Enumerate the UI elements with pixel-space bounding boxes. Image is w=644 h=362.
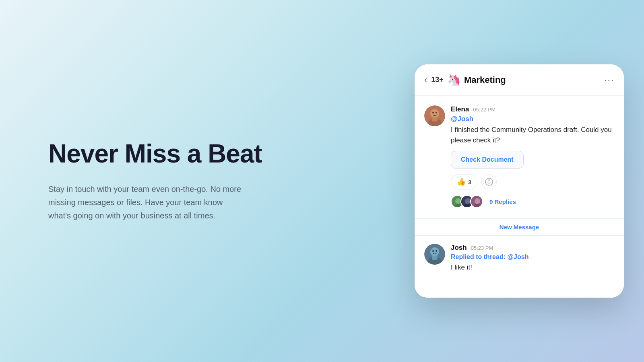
- svg-rect-5: [432, 117, 438, 121]
- thread-replies[interactable]: 9 Replies: [451, 195, 614, 208]
- message-text-josh: I like it!: [451, 262, 614, 273]
- messages-area: Elena 05:22 PM @Josh I finished the Comm…: [415, 96, 624, 210]
- reaction-count: 3: [468, 179, 471, 185]
- svg-point-22: [432, 250, 434, 252]
- timestamp-elena: 05:22 PM: [473, 107, 495, 113]
- back-button[interactable]: ‹: [424, 75, 427, 85]
- replies-count-label: 9 Replies: [489, 198, 516, 205]
- timestamp-josh: 05:23 PM: [471, 245, 493, 251]
- svg-point-21: [430, 247, 439, 256]
- new-message-label: New Message: [494, 224, 545, 230]
- avatar-josh: [424, 244, 445, 265]
- smiley-add-icon: [485, 178, 493, 186]
- svg-point-23: [436, 250, 437, 252]
- svg-point-15: [465, 198, 471, 204]
- add-reaction-button[interactable]: [481, 174, 497, 189]
- message-item: Elena 05:22 PM @Josh I finished the Comm…: [424, 105, 614, 210]
- svg-point-1: [430, 109, 439, 118]
- headline: Never Miss a Beat: [48, 140, 378, 168]
- chat-header: ‹ 13+ 🦄 Marketing ···: [415, 64, 624, 96]
- josh-avatar-img: [424, 244, 445, 265]
- elena-message-content: Elena 05:22 PM @Josh I finished the Comm…: [451, 105, 614, 210]
- reply-avatar-3: [470, 195, 483, 208]
- subtext: Stay in touch with your team even on-the…: [48, 183, 242, 222]
- reactions-bar: 👍 3: [451, 174, 614, 189]
- divider-line-right: [545, 227, 624, 227]
- check-document-button[interactable]: Check Document: [451, 151, 524, 169]
- svg-point-8: [490, 181, 491, 182]
- new-message-divider: New Message: [415, 218, 624, 236]
- svg-rect-25: [432, 256, 438, 260]
- sender-name-josh: Josh: [451, 244, 467, 252]
- reply-avatars: [451, 195, 483, 208]
- divider-line-left: [415, 227, 494, 227]
- message-text-elena: I finished the Community Operations draf…: [451, 125, 614, 145]
- second-message-area: Josh 05:23 PM Replied to thread: @Josh I…: [415, 236, 624, 298]
- right-panel: ‹ 13+ 🦄 Marketing ···: [411, 64, 644, 298]
- reaction-emoji: 👍: [457, 177, 466, 186]
- message-item-josh: Josh 05:23 PM Replied to thread: @Josh I…: [424, 244, 614, 278]
- replied-to-label: Replied to thread: @Josh: [451, 253, 614, 261]
- josh-message-content: Josh 05:23 PM Replied to thread: @Josh I…: [451, 244, 614, 278]
- thumbs-up-reaction[interactable]: 👍 3: [451, 174, 477, 189]
- svg-point-12: [455, 198, 461, 204]
- josh-message-header: Josh 05:23 PM: [451, 244, 614, 252]
- svg-point-2: [432, 112, 434, 113]
- avatar-elena: [424, 105, 445, 126]
- phone-mockup: ‹ 13+ 🦄 Marketing ···: [415, 64, 624, 298]
- channel-name: Marketing: [464, 75, 605, 85]
- channel-emoji: 🦄: [447, 73, 461, 86]
- mention-tag: @Josh: [451, 115, 614, 123]
- left-panel: Never Miss a Beat Stay in touch with you…: [0, 107, 411, 254]
- message-header: Elena 05:22 PM: [451, 105, 614, 113]
- member-count: 13+: [431, 76, 444, 84]
- reply-person-3-img: [471, 196, 483, 208]
- svg-point-3: [436, 112, 437, 113]
- svg-point-7: [488, 181, 489, 182]
- sender-name-elena: Elena: [451, 105, 469, 113]
- elena-avatar-img: [424, 105, 445, 126]
- more-options-button[interactable]: ···: [605, 75, 614, 85]
- svg-point-18: [475, 198, 480, 204]
